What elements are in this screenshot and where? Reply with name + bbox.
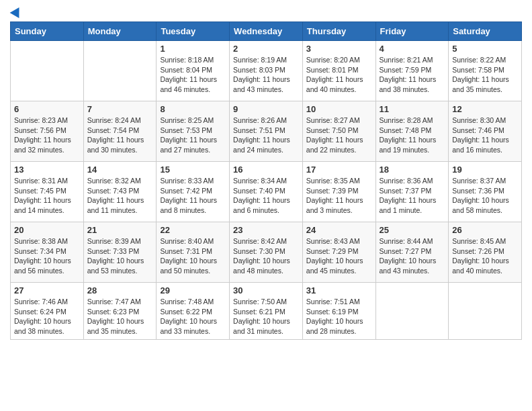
day-info: Sunrise: 8:44 AM Sunset: 7:27 PM Dayligh… bbox=[380, 236, 445, 276]
day-info: Sunrise: 7:48 AM Sunset: 6:22 PM Dayligh… bbox=[160, 297, 226, 336]
calendar-cell: 27Sunrise: 7:46 AM Sunset: 6:24 PM Dayli… bbox=[11, 283, 84, 340]
week-row-4: 20Sunrise: 8:38 AM Sunset: 7:34 PM Dayli… bbox=[11, 222, 522, 283]
calendar-cell: 25Sunrise: 8:44 AM Sunset: 7:27 PM Dayli… bbox=[375, 222, 449, 283]
day-info: Sunrise: 7:51 AM Sunset: 6:19 PM Dayligh… bbox=[306, 297, 372, 336]
day-number: 23 bbox=[233, 225, 299, 235]
calendar-table: SundayMondayTuesdayWednesdayThursdayFrid… bbox=[10, 21, 522, 340]
weekday-header-row: SundayMondayTuesdayWednesdayThursdayFrid… bbox=[11, 22, 522, 41]
day-number: 1 bbox=[160, 44, 226, 54]
calendar-cell: 8Sunrise: 8:25 AM Sunset: 7:53 PM Daylig… bbox=[157, 101, 230, 162]
calendar-cell bbox=[83, 41, 157, 101]
calendar-cell: 7Sunrise: 8:24 AM Sunset: 7:54 PM Daylig… bbox=[83, 101, 157, 162]
day-info: Sunrise: 8:24 AM Sunset: 7:54 PM Dayligh… bbox=[87, 116, 153, 155]
weekday-header-sunday: Sunday bbox=[11, 22, 84, 41]
day-number: 28 bbox=[87, 285, 153, 295]
day-number: 26 bbox=[452, 225, 518, 235]
day-info: Sunrise: 8:20 AM Sunset: 8:01 PM Dayligh… bbox=[306, 55, 372, 95]
calendar-cell: 19Sunrise: 8:37 AM Sunset: 7:36 PM Dayli… bbox=[449, 162, 522, 222]
day-info: Sunrise: 8:39 AM Sunset: 7:33 PM Dayligh… bbox=[87, 236, 153, 276]
day-info: Sunrise: 7:50 AM Sunset: 6:21 PM Dayligh… bbox=[233, 297, 299, 336]
day-number: 15 bbox=[160, 165, 226, 175]
calendar-cell: 26Sunrise: 8:45 AM Sunset: 7:26 PM Dayli… bbox=[449, 222, 522, 283]
day-number: 11 bbox=[380, 104, 445, 114]
day-number: 25 bbox=[380, 225, 445, 235]
calendar-cell: 28Sunrise: 7:47 AM Sunset: 6:23 PM Dayli… bbox=[83, 283, 157, 340]
calendar-cell: 20Sunrise: 8:38 AM Sunset: 7:34 PM Dayli… bbox=[11, 222, 84, 283]
calendar-cell: 16Sunrise: 8:34 AM Sunset: 7:40 PM Dayli… bbox=[230, 162, 303, 222]
day-number: 9 bbox=[233, 104, 299, 114]
day-info: Sunrise: 8:26 AM Sunset: 7:51 PM Dayligh… bbox=[233, 116, 299, 155]
calendar-cell: 18Sunrise: 8:36 AM Sunset: 7:37 PM Dayli… bbox=[375, 162, 449, 222]
day-info: Sunrise: 8:23 AM Sunset: 7:56 PM Dayligh… bbox=[14, 116, 80, 155]
calendar-cell: 24Sunrise: 8:43 AM Sunset: 7:29 PM Dayli… bbox=[302, 222, 375, 283]
calendar-cell: 29Sunrise: 7:48 AM Sunset: 6:22 PM Dayli… bbox=[157, 283, 230, 340]
day-info: Sunrise: 8:30 AM Sunset: 7:46 PM Dayligh… bbox=[452, 116, 518, 155]
calendar-cell: 2Sunrise: 8:19 AM Sunset: 8:03 PM Daylig… bbox=[230, 41, 303, 101]
day-info: Sunrise: 7:47 AM Sunset: 6:23 PM Dayligh… bbox=[87, 297, 153, 336]
calendar-cell: 1Sunrise: 8:18 AM Sunset: 8:04 PM Daylig… bbox=[157, 41, 230, 101]
calendar-cell: 15Sunrise: 8:33 AM Sunset: 7:42 PM Dayli… bbox=[157, 162, 230, 222]
day-number: 3 bbox=[306, 44, 372, 54]
day-info: Sunrise: 8:32 AM Sunset: 7:43 PM Dayligh… bbox=[87, 176, 153, 216]
day-info: Sunrise: 8:31 AM Sunset: 7:45 PM Dayligh… bbox=[14, 176, 80, 216]
calendar-cell: 13Sunrise: 8:31 AM Sunset: 7:45 PM Dayli… bbox=[11, 162, 84, 222]
day-info: Sunrise: 7:46 AM Sunset: 6:24 PM Dayligh… bbox=[14, 297, 80, 336]
day-number: 2 bbox=[233, 44, 299, 54]
day-number: 24 bbox=[306, 225, 372, 235]
day-info: Sunrise: 8:28 AM Sunset: 7:48 PM Dayligh… bbox=[380, 116, 445, 155]
week-row-5: 27Sunrise: 7:46 AM Sunset: 6:24 PM Dayli… bbox=[11, 283, 522, 340]
calendar-cell: 3Sunrise: 8:20 AM Sunset: 8:01 PM Daylig… bbox=[302, 41, 375, 101]
day-number: 30 bbox=[233, 285, 299, 295]
calendar-cell: 30Sunrise: 7:50 AM Sunset: 6:21 PM Dayli… bbox=[230, 283, 303, 340]
day-number: 8 bbox=[160, 104, 226, 114]
day-info: Sunrise: 8:33 AM Sunset: 7:42 PM Dayligh… bbox=[160, 176, 226, 216]
weekday-header-thursday: Thursday bbox=[302, 22, 375, 41]
calendar-cell: 11Sunrise: 8:28 AM Sunset: 7:48 PM Dayli… bbox=[375, 101, 449, 162]
day-info: Sunrise: 8:36 AM Sunset: 7:37 PM Dayligh… bbox=[380, 176, 445, 216]
calendar-cell bbox=[11, 41, 84, 101]
day-number: 16 bbox=[233, 165, 299, 175]
week-row-1: 1Sunrise: 8:18 AM Sunset: 8:04 PM Daylig… bbox=[11, 41, 522, 101]
week-row-2: 6Sunrise: 8:23 AM Sunset: 7:56 PM Daylig… bbox=[11, 101, 522, 162]
calendar-cell: 4Sunrise: 8:21 AM Sunset: 7:59 PM Daylig… bbox=[375, 41, 449, 101]
day-info: Sunrise: 8:27 AM Sunset: 7:50 PM Dayligh… bbox=[306, 116, 372, 155]
calendar-cell: 22Sunrise: 8:40 AM Sunset: 7:31 PM Dayli… bbox=[157, 222, 230, 283]
day-info: Sunrise: 8:40 AM Sunset: 7:31 PM Dayligh… bbox=[160, 236, 226, 276]
day-info: Sunrise: 8:42 AM Sunset: 7:30 PM Dayligh… bbox=[233, 236, 299, 276]
calendar-cell: 14Sunrise: 8:32 AM Sunset: 7:43 PM Dayli… bbox=[83, 162, 157, 222]
day-number: 31 bbox=[306, 285, 372, 295]
day-number: 20 bbox=[14, 225, 80, 235]
day-number: 21 bbox=[87, 225, 153, 235]
day-number: 17 bbox=[306, 165, 372, 175]
week-row-3: 13Sunrise: 8:31 AM Sunset: 7:45 PM Dayli… bbox=[11, 162, 522, 222]
calendar-cell: 10Sunrise: 8:27 AM Sunset: 7:50 PM Dayli… bbox=[302, 101, 375, 162]
day-number: 27 bbox=[14, 285, 80, 295]
header bbox=[10, 7, 522, 16]
calendar-cell: 21Sunrise: 8:39 AM Sunset: 7:33 PM Dayli… bbox=[83, 222, 157, 283]
weekday-header-wednesday: Wednesday bbox=[230, 22, 303, 41]
day-number: 5 bbox=[452, 44, 518, 54]
calendar-cell: 31Sunrise: 7:51 AM Sunset: 6:19 PM Dayli… bbox=[302, 283, 375, 340]
day-number: 10 bbox=[306, 104, 372, 114]
day-info: Sunrise: 8:25 AM Sunset: 7:53 PM Dayligh… bbox=[160, 116, 226, 155]
weekday-header-tuesday: Tuesday bbox=[157, 22, 230, 41]
day-number: 6 bbox=[14, 104, 80, 114]
day-info: Sunrise: 8:43 AM Sunset: 7:29 PM Dayligh… bbox=[306, 236, 372, 276]
day-info: Sunrise: 8:22 AM Sunset: 7:58 PM Dayligh… bbox=[452, 55, 518, 95]
calendar-cell: 23Sunrise: 8:42 AM Sunset: 7:30 PM Dayli… bbox=[230, 222, 303, 283]
day-info: Sunrise: 8:19 AM Sunset: 8:03 PM Dayligh… bbox=[233, 55, 299, 95]
calendar-cell: 6Sunrise: 8:23 AM Sunset: 7:56 PM Daylig… bbox=[11, 101, 84, 162]
day-info: Sunrise: 8:18 AM Sunset: 8:04 PM Dayligh… bbox=[160, 55, 226, 95]
calendar-cell: 12Sunrise: 8:30 AM Sunset: 7:46 PM Dayli… bbox=[449, 101, 522, 162]
weekday-header-monday: Monday bbox=[83, 22, 157, 41]
day-info: Sunrise: 8:37 AM Sunset: 7:36 PM Dayligh… bbox=[452, 176, 518, 216]
day-info: Sunrise: 8:45 AM Sunset: 7:26 PM Dayligh… bbox=[452, 236, 518, 276]
day-number: 13 bbox=[14, 165, 80, 175]
day-info: Sunrise: 8:38 AM Sunset: 7:34 PM Dayligh… bbox=[14, 236, 80, 276]
day-info: Sunrise: 8:21 AM Sunset: 7:59 PM Dayligh… bbox=[380, 55, 445, 95]
logo bbox=[10, 7, 22, 16]
day-number: 12 bbox=[452, 104, 518, 114]
day-number: 29 bbox=[160, 285, 226, 295]
calendar-cell bbox=[375, 283, 449, 340]
day-info: Sunrise: 8:35 AM Sunset: 7:39 PM Dayligh… bbox=[306, 176, 372, 216]
